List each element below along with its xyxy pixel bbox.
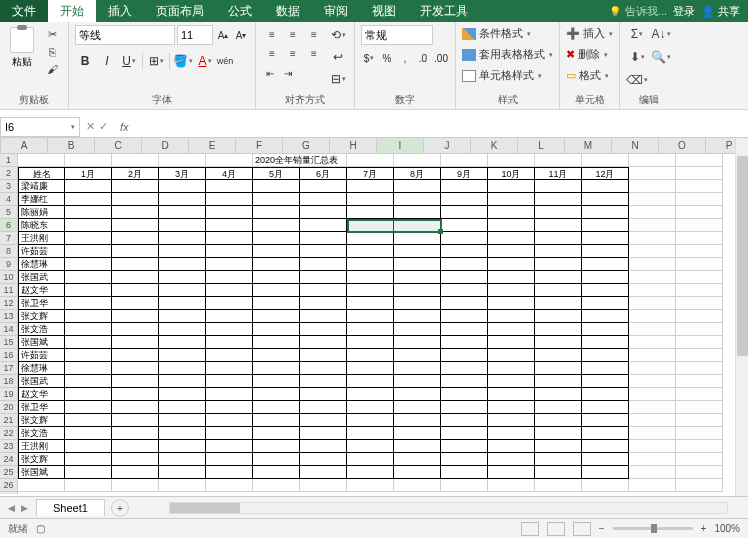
cell[interactable]	[159, 336, 206, 349]
cell[interactable]	[394, 453, 441, 466]
cell[interactable]: 赵文华	[18, 284, 65, 297]
align-right-button[interactable]: ≡	[304, 44, 324, 62]
cell[interactable]	[394, 284, 441, 297]
cell[interactable]	[441, 375, 488, 388]
cell[interactable]	[300, 375, 347, 388]
normal-view-button[interactable]	[521, 522, 539, 536]
cell[interactable]	[488, 375, 535, 388]
cell[interactable]	[629, 479, 676, 492]
cell[interactable]	[441, 206, 488, 219]
cell[interactable]	[441, 284, 488, 297]
login-button[interactable]: 登录	[673, 4, 695, 19]
increase-decimal-button[interactable]: .0	[415, 49, 431, 67]
cell[interactable]	[300, 219, 347, 232]
cell[interactable]	[159, 479, 206, 492]
format-cells-button[interactable]: ▭格式▾	[566, 67, 613, 84]
cell[interactable]	[347, 297, 394, 310]
row-header[interactable]: 9	[0, 258, 17, 271]
zoom-slider[interactable]	[613, 527, 693, 530]
cell[interactable]	[347, 427, 394, 440]
cell[interactable]	[582, 297, 629, 310]
row-header[interactable]: 14	[0, 323, 17, 336]
cell[interactable]	[347, 401, 394, 414]
cell[interactable]	[394, 219, 441, 232]
cancel-formula-button[interactable]: ✕	[86, 120, 95, 133]
cell[interactable]	[535, 245, 582, 258]
cell[interactable]	[676, 323, 723, 336]
merge-button[interactable]: ⊟▾	[328, 69, 348, 89]
cell[interactable]	[535, 284, 582, 297]
cell[interactable]	[347, 336, 394, 349]
cell[interactable]	[300, 427, 347, 440]
cell[interactable]	[676, 232, 723, 245]
cell[interactable]	[347, 453, 394, 466]
cell[interactable]	[206, 401, 253, 414]
cell[interactable]	[629, 219, 676, 232]
cell[interactable]	[488, 206, 535, 219]
cell[interactable]	[441, 232, 488, 245]
cell[interactable]	[676, 414, 723, 427]
cell[interactable]	[206, 375, 253, 388]
cell[interactable]	[159, 180, 206, 193]
cell[interactable]	[159, 193, 206, 206]
cell[interactable]	[394, 232, 441, 245]
sheet-tab[interactable]: Sheet1	[36, 499, 105, 516]
cell[interactable]	[535, 336, 582, 349]
cell[interactable]	[676, 401, 723, 414]
cell[interactable]	[394, 401, 441, 414]
cell[interactable]	[206, 297, 253, 310]
tab-file[interactable]: 文件	[0, 0, 48, 22]
cell[interactable]	[300, 284, 347, 297]
cell[interactable]	[394, 427, 441, 440]
cell[interactable]	[535, 258, 582, 271]
cell[interactable]	[394, 440, 441, 453]
cell[interactable]	[206, 440, 253, 453]
cell[interactable]	[112, 323, 159, 336]
cell[interactable]	[582, 414, 629, 427]
row-header[interactable]: 12	[0, 297, 17, 310]
font-color-button[interactable]: A▾	[195, 51, 215, 71]
cell[interactable]	[300, 258, 347, 271]
cell[interactable]	[488, 466, 535, 479]
cell[interactable]	[347, 245, 394, 258]
cell[interactable]	[582, 388, 629, 401]
cell[interactable]	[159, 375, 206, 388]
cell[interactable]	[582, 180, 629, 193]
zoom-thumb[interactable]	[651, 524, 657, 533]
cell[interactable]: 12月	[582, 167, 629, 180]
cell[interactable]	[629, 440, 676, 453]
page-layout-view-button[interactable]	[547, 522, 565, 536]
cell[interactable]	[300, 466, 347, 479]
cell[interactable]	[676, 362, 723, 375]
row-header[interactable]: 6	[0, 219, 17, 232]
italic-button[interactable]: I	[97, 51, 117, 71]
row-header[interactable]: 5	[0, 206, 17, 219]
cell[interactable]	[535, 401, 582, 414]
confirm-formula-button[interactable]: ✓	[99, 120, 108, 133]
cell[interactable]	[347, 232, 394, 245]
cell[interactable]: 陈晓东	[18, 219, 65, 232]
cell[interactable]	[206, 479, 253, 492]
cell[interactable]	[206, 414, 253, 427]
cell[interactable]	[300, 271, 347, 284]
cell[interactable]	[676, 466, 723, 479]
cell[interactable]	[206, 349, 253, 362]
cell[interactable]	[441, 193, 488, 206]
cell[interactable]: 李娜红	[18, 193, 65, 206]
cell[interactable]	[394, 349, 441, 362]
cell[interactable]	[253, 453, 300, 466]
row-header[interactable]: 11	[0, 284, 17, 297]
cell[interactable]	[629, 375, 676, 388]
cell[interactable]: 5月	[253, 167, 300, 180]
row-header[interactable]: 23	[0, 440, 17, 453]
cell[interactable]	[629, 427, 676, 440]
cell[interactable]: 王洪刚	[18, 232, 65, 245]
cell[interactable]	[394, 414, 441, 427]
cell[interactable]	[112, 479, 159, 492]
cell[interactable]	[676, 219, 723, 232]
cell[interactable]	[347, 440, 394, 453]
cell[interactable]	[582, 284, 629, 297]
cell[interactable]	[441, 258, 488, 271]
cell[interactable]	[159, 401, 206, 414]
cell[interactable]	[112, 414, 159, 427]
